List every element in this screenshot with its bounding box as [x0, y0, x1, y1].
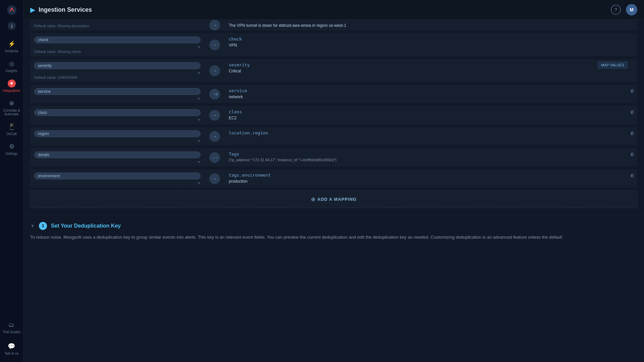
arrow-circle-service: →≡ — [209, 89, 220, 100]
delete-button-region[interactable]: 🗑 — [630, 130, 635, 136]
arrow-col-class: → — [205, 106, 225, 124]
header-right: ? M — [611, 4, 637, 15]
mapping-right-severity: MAP VALUES severity Critical — [225, 59, 637, 82]
header-icon: ▶ — [30, 6, 35, 14]
delete-button-environment[interactable]: 🗑 — [630, 173, 635, 178]
chevron-down-icon: ▼ — [197, 181, 201, 185]
sidebar-item-insights[interactable]: ◎ Insights — [0, 56, 23, 76]
right-field-value-environment: production — [229, 179, 633, 184]
right-field-value-class: EC2 — [229, 116, 633, 120]
chevron-down-icon: ▼ — [197, 160, 201, 164]
content-area: Default value: Missing description → The… — [23, 20, 644, 362]
user-avatar[interactable]: M — [626, 4, 637, 15]
arrow-circle-details: →→ — [209, 152, 220, 163]
sidebar-item-label: Insights — [6, 69, 17, 73]
arrow-col-severity: → — [205, 59, 225, 82]
field-tag-region: region — [34, 130, 201, 137]
correlate-icon: ⊕ — [8, 99, 16, 107]
sidebar-item-label: Incidents — [5, 49, 18, 53]
help-button[interactable]: ? — [611, 5, 621, 15]
section3-header: ▼ 3 Set Your Deduplication Key — [30, 222, 637, 230]
right-dropdown-service[interactable]: service ▼ — [229, 88, 633, 95]
right-dropdown-region[interactable]: location.region ▼ — [229, 130, 633, 137]
field-dropdown-severity[interactable]: ▼ — [34, 71, 201, 75]
mapping-left-service: service ▼ — [30, 85, 205, 103]
field-tag-details: details — [34, 152, 201, 158]
arrow-col-region: → — [205, 127, 225, 145]
field-tag-environment: environment — [34, 173, 201, 179]
section3-title: Set Your Deduplication Key — [51, 223, 121, 229]
arrow-col-environment: → — [205, 169, 225, 188]
sidebar-item-label: Integrations — [3, 89, 20, 93]
mapping-row-environment: environment ▼ → 🗑 tags.environment ▼ pro — [30, 169, 637, 188]
arrow-col-details: →→ — [205, 148, 225, 167]
right-field-label-environment: tags.environment — [229, 173, 271, 178]
settings-icon: ⚙ — [8, 142, 16, 150]
delete-button-class[interactable]: 🗑 — [630, 109, 635, 115]
mapping-right-service: 🗑 service ▼ network — [225, 85, 637, 103]
right-field-label-class: class — [229, 109, 242, 114]
right-field-value-check: VPN — [229, 43, 633, 48]
mapping-left-environment: environment ▼ — [30, 169, 205, 188]
right-field-label-check: check — [229, 37, 242, 42]
partial-default-value: Default value: Missing description — [34, 24, 201, 28]
default-value-severity: Default value: UNKNOWN — [34, 75, 201, 79]
delete-button-service[interactable]: 🗑 — [630, 88, 635, 94]
sidebar-expand-button[interactable]: ❯ — [8, 22, 16, 30]
sidebar-item-correlate[interactable]: ⊕ Correlate &Automate — [0, 96, 23, 119]
sidebar-item-label: Settings — [5, 152, 17, 156]
add-mapping-button[interactable]: ⊕ ADD A MAPPING — [30, 190, 637, 208]
arrow-circle-class: → — [209, 110, 220, 121]
header: ▶ Ingestion Services ? M — [23, 0, 644, 20]
add-mapping-label: ADD A MAPPING — [317, 197, 357, 202]
chevron-down-icon: ▼ — [197, 97, 201, 101]
field-tag-class: class — [34, 109, 201, 116]
delete-button-details[interactable]: 🗑 — [630, 152, 635, 157]
sidebar-item-integrations[interactable]: ✦ Integrations — [0, 76, 23, 96]
arrow-circle-severity: → — [209, 65, 220, 76]
partial-right-value: The VPN tunnel is down for ebtrust-aws-e… — [229, 23, 624, 28]
svg-point-0 — [7, 5, 16, 15]
field-dropdown-region[interactable]: ▼ — [34, 139, 201, 143]
arrow-circle-check: → — [209, 40, 220, 50]
page-title: Ingestion Services — [39, 6, 92, 13]
mapping-right-region: 🗑 location.region ▼ — [225, 127, 637, 145]
mapping-right-details: 🗑 Tags ▼ {"ip_address":"172.31.94.17","i… — [225, 148, 637, 167]
field-dropdown-check[interactable]: ▼ — [34, 45, 201, 49]
right-dropdown-details[interactable]: Tags ▼ — [229, 152, 633, 158]
sidebar-item-incidents[interactable]: ⚡ Incidents — [0, 37, 23, 56]
chevron-down-icon: ▼ — [197, 139, 201, 143]
field-dropdown-class[interactable]: ▼ — [34, 118, 201, 122]
sidebar-item-trial-guides[interactable]: 🗂 Trial Guides — [1, 317, 22, 337]
sidebar-item-label: Trial Guides — [3, 330, 21, 334]
mapping-right-check: check VPN — [225, 33, 637, 56]
sidebar-item-settings[interactable]: ⚙ Settings — [0, 139, 23, 159]
right-field-value-severity: Critical — [229, 69, 633, 73]
field-dropdown-environment[interactable]: ▼ — [34, 181, 201, 185]
right-field-label-details: Tags — [229, 152, 239, 157]
partial-mid: → — [205, 20, 225, 31]
mapping-row-check: check ▼ Default value: Missing check → c… — [30, 33, 637, 56]
right-field-label-severity: severity — [229, 62, 250, 67]
arrow-col-service: →≡ — [205, 85, 225, 103]
insights-icon: ◎ — [8, 60, 16, 68]
right-field-label-service: service — [229, 88, 247, 93]
right-dropdown-check: check — [229, 37, 633, 43]
right-field-value-details: {"ip_address":"172.31.94.17","instance_i… — [229, 158, 633, 162]
sidebar-item-talk-to-us[interactable]: 💬 Talk to us — [1, 339, 22, 359]
map-values-button[interactable]: MAP VALUES — [598, 62, 627, 68]
arrow-circle-environment: → — [209, 173, 220, 184]
sidebar-bottom: 🗂 Trial Guides 💬 Talk to us — [1, 317, 22, 359]
app-logo — [5, 3, 18, 17]
right-dropdown-class[interactable]: class ▼ — [229, 109, 633, 116]
arrow-col-check: → — [205, 33, 225, 56]
field-dropdown-service[interactable]: ▼ — [34, 97, 201, 101]
sidebar-item-oncall[interactable]: 📱 OnCall — [0, 119, 23, 139]
right-dropdown-environment[interactable]: tags.environment ▼ — [229, 173, 633, 179]
mapping-row-details: details ▼ →→ 🗑 Tags ▼ {"ip_address":"172 — [30, 148, 637, 167]
field-dropdown-details[interactable]: ▼ — [34, 160, 201, 164]
right-field-value-service: network — [229, 95, 633, 99]
arrow-circle-partial: → — [209, 20, 220, 31]
section3-collapse-button[interactable]: ▼ — [30, 223, 35, 229]
mapping-row-service: service ▼ →≡ 🗑 service ▼ network — [30, 85, 637, 103]
